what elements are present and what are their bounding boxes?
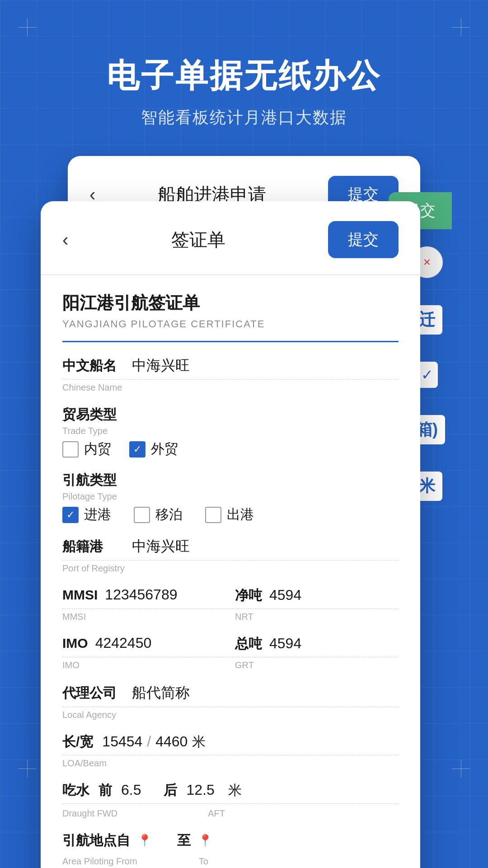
mmsi-nrt-row: MMSI 123456789 净吨 4594 MMSI NR (62, 586, 399, 622)
mmsi-label: MMSI (62, 587, 98, 603)
imo-value[interactable]: 4242450 (95, 635, 152, 651)
cert-header: 阳江港引航签证单 YANGJIANG PILOTAGE CERTIFICATE (62, 292, 399, 342)
area-row: 引航地点自 📍 至 📍 Area Piloting From To 阳江港登轮点… (62, 831, 399, 868)
port-registry-value[interactable]: 中海兴旺 (132, 537, 190, 557)
grt-label: 总吨 (235, 635, 262, 653)
chinese-name-value[interactable]: 中海兴旺 (132, 356, 190, 376)
pilotage-move-label: 移泊 (155, 505, 183, 524)
pilotage-type-row: 引航类型 Pilotage Type ✓ 进港 移泊 出 (62, 471, 399, 524)
front-card-header: ‹ 签证单 提交 (41, 201, 420, 275)
grt-value[interactable]: 4594 (269, 635, 301, 652)
loa-row: 长/宽 15454 / 4460 米 LOA/Beam (62, 733, 399, 769)
pilotage-type-label: 引航类型 (62, 471, 399, 490)
area-from-en: Area Piloting From (62, 856, 137, 867)
pin-to-icon: 📍 (198, 834, 212, 848)
port-registry-row: 船籍港 中海兴旺 Port of Registry (62, 537, 399, 574)
agency-label: 代理公司 (62, 685, 117, 700)
pilotage-exit-label: 出港 (227, 505, 254, 524)
pilotage-type-en-label: Pilotage Type (62, 491, 399, 502)
draught-unit: 米 (228, 781, 242, 800)
trade-type-label: 贸易类型 (62, 406, 399, 424)
area-from-label: 引航地点自 (62, 831, 130, 850)
trade-outer-label: 外贸 (151, 440, 178, 458)
pilotage-exit-option[interactable]: 出港 (205, 505, 254, 524)
front-submit-button[interactable]: 提交 (328, 221, 399, 258)
imo-grt-row: IMO 4242450 总吨 4594 IMO GRT (62, 635, 399, 670)
chinese-name-en-label: Chinese Name (62, 382, 399, 393)
cert-title-zh: 阳江港引航签证单 (62, 292, 399, 315)
grt-en-label: GRT (235, 660, 254, 670)
chinese-name-label: 中文船名 (62, 357, 121, 375)
cert-title-en: YANGJIANG PILOTAGE CERTIFICATE (62, 318, 399, 330)
area-to-label: 至 (177, 831, 191, 850)
trade-inner-checkbox[interactable] (62, 441, 79, 458)
form-content: 阳江港引航签证单 YANGJIANG PILOTAGE CERTIFICATE … (41, 275, 420, 868)
trade-type-row: 贸易类型 Trade Type 内贸 ✓ 外贸 (62, 406, 399, 458)
hero-section: 电子单据无纸办公 智能看板统计月港口大数据 (107, 0, 381, 129)
mmsi-en-label: MMSI (62, 612, 86, 622)
pilotage-enter-checkbox[interactable]: ✓ (62, 507, 79, 523)
nrt-en-label: NRT (235, 612, 253, 622)
agency-row: 代理公司 船代简称 Local Agency (62, 683, 399, 720)
area-to-en: To (199, 856, 208, 867)
loa-unit: 米 (192, 733, 206, 751)
nrt-value[interactable]: 4594 (269, 587, 301, 604)
imo-label: IMO (62, 636, 88, 651)
front-card-title: 签证单 (171, 227, 225, 252)
draught-aft-zh: 后 (164, 781, 177, 800)
pilotage-options: ✓ 进港 移泊 出港 (62, 505, 399, 524)
imo-en-label: IMO (62, 660, 80, 670)
loa-en-label: LOA/Beam (62, 758, 399, 769)
trade-inner-label: 内贸 (84, 440, 111, 458)
front-card: ‹ 签证单 提交 阳江港引航签证单 YANGJIANG PILOTAGE CER… (41, 201, 420, 868)
draught-aft-en: AFT (208, 808, 225, 819)
draught-label: 吃水 (62, 781, 89, 800)
trade-inner-option[interactable]: 内贸 (62, 440, 111, 458)
hero-subtitle: 智能看板统计月港口大数据 (107, 107, 381, 129)
trade-outer-checkbox[interactable]: ✓ (129, 441, 145, 458)
front-back-arrow-icon[interactable]: ‹ (62, 230, 68, 250)
agency-value[interactable]: 船代简称 (132, 683, 190, 703)
port-registry-en-label: Port of Registry (62, 563, 399, 574)
draught-fwd-zh: 前 (99, 781, 112, 800)
pilotage-enter-label: 进港 (84, 505, 111, 524)
pilotage-move-checkbox[interactable] (134, 507, 150, 523)
port-registry-label: 船籍港 (62, 538, 121, 556)
trade-outer-option[interactable]: ✓ 外贸 (129, 440, 178, 458)
hero-title: 电子单据无纸办公 (107, 54, 381, 98)
nrt-label: 净吨 (235, 586, 262, 605)
pilotage-move-option[interactable]: 移泊 (134, 505, 183, 524)
pilotage-exit-checkbox[interactable] (205, 507, 221, 523)
draught-row: 吃水 前 6.5 后 12.5 米 Draught FWD AFT (62, 781, 399, 819)
draught-aft-value[interactable]: 12.5 (186, 782, 214, 798)
chinese-name-row: 中文船名 中海兴旺 Chinese Name (62, 356, 399, 393)
pilotage-enter-option[interactable]: ✓ 进港 (62, 505, 111, 524)
pin-from-icon: 📍 (137, 834, 152, 848)
cards-container: ‹ 船舶进港申请 提交 提交 × 迁 ✓ 箱) 米 ‹ 签证单 提交 (41, 156, 447, 744)
trade-options: 内贸 ✓ 外贸 (62, 440, 399, 458)
beam-value[interactable]: 4460 (155, 733, 188, 750)
loa-value[interactable]: 15454 (102, 733, 142, 750)
loa-label: 长/宽 (62, 733, 93, 751)
mmsi-value[interactable]: 123456789 (105, 586, 177, 603)
draught-fwd-value[interactable]: 6.5 (121, 782, 141, 798)
trade-type-en-label: Trade Type (62, 426, 399, 436)
agency-en-label: Local Agency (62, 710, 399, 720)
loa-slash: / (147, 733, 151, 750)
draught-fwd-en: Draught FWD (62, 808, 117, 819)
